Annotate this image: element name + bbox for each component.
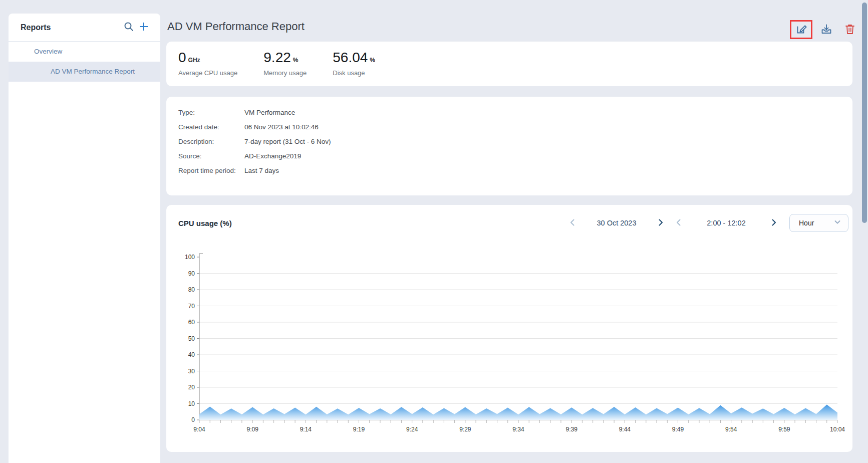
edit-report-button[interactable] <box>795 23 807 37</box>
sidebar-header: Reports <box>9 14 160 42</box>
previous-day-button[interactable] <box>567 217 578 228</box>
detail-row-type: Type: VM Performance <box>178 108 840 117</box>
stat-label: Memory usage <box>263 69 307 77</box>
chart-time-range: 2:00 - 12:02 <box>692 219 760 227</box>
svg-text:9:09: 9:09 <box>246 426 258 433</box>
delete-icon <box>844 23 855 37</box>
chevron-right-icon <box>657 218 665 228</box>
svg-text:10:04: 10:04 <box>830 426 845 433</box>
chevron-down-icon <box>834 218 841 227</box>
svg-text:100: 100 <box>185 254 195 261</box>
interval-select[interactable]: Hour <box>789 214 848 232</box>
detail-value: Last 7 days <box>244 166 279 175</box>
add-report-button[interactable] <box>136 19 151 36</box>
detail-label: Report time period: <box>178 166 244 175</box>
stat-disk-usage: 56.04 % Disk usage <box>333 50 375 77</box>
stat-memory-usage: 9.22 % Memory usage <box>263 50 307 77</box>
detail-row-source: Source: AD-Exchange2019 <box>178 151 840 161</box>
svg-text:9:59: 9:59 <box>778 426 790 433</box>
detail-value: 7-day report (31 Oct - 6 Nov) <box>244 137 331 146</box>
chart-time-navigation: 30 Oct 2023 2:00 - 12:02 <box>567 214 848 232</box>
stat-label: Disk usage <box>333 69 375 77</box>
svg-text:10: 10 <box>188 400 195 407</box>
detail-label: Source: <box>178 151 244 161</box>
stat-value: 9.22 <box>263 50 291 66</box>
chevron-right-icon <box>770 218 778 228</box>
report-actions <box>790 20 855 39</box>
summary-stats-panel: 0 GHz Average CPU usage 9.22 % Memory us… <box>166 42 852 86</box>
svg-text:9:49: 9:49 <box>672 426 684 433</box>
stat-value: 56.04 <box>333 50 368 66</box>
stat-value: 0 <box>178 50 186 66</box>
report-details-panel: Type: VM Performance Created date: 06 No… <box>166 97 852 195</box>
search-button[interactable] <box>121 19 136 36</box>
detail-value: VM Performance <box>244 108 295 117</box>
svg-text:60: 60 <box>188 319 195 326</box>
svg-text:80: 80 <box>188 286 195 293</box>
stat-label: Average CPU usage <box>178 69 237 77</box>
detail-row-report-time-period: Report time period: Last 7 days <box>178 166 840 175</box>
detail-label: Description: <box>178 137 244 146</box>
previous-time-range-button[interactable] <box>673 217 684 228</box>
svg-text:50: 50 <box>188 335 195 342</box>
chart-date: 30 Oct 2023 <box>586 219 647 227</box>
svg-text:9:34: 9:34 <box>512 426 524 433</box>
download-report-button[interactable] <box>820 23 832 37</box>
chevron-left-icon <box>675 218 683 228</box>
svg-text:9:24: 9:24 <box>406 426 418 433</box>
edit-icon <box>795 23 807 37</box>
cpu-usage-chart-panel: CPU usage (%) 30 Oct 2023 <box>166 205 852 452</box>
stat-average-cpu-usage: 0 GHz Average CPU usage <box>178 50 237 77</box>
svg-text:30: 30 <box>188 368 195 375</box>
next-time-range-button[interactable] <box>768 217 779 228</box>
cpu-usage-area-chart: 01020304050607080901009:049:099:149:199:… <box>166 251 852 446</box>
stat-unit: % <box>370 57 375 64</box>
detail-label: Type: <box>178 108 244 117</box>
reports-sidebar: Reports Overview AD VM Performance Repor… <box>9 14 160 463</box>
svg-text:70: 70 <box>188 303 195 310</box>
edit-button-highlight-box <box>790 20 812 39</box>
svg-text:9:54: 9:54 <box>725 426 737 433</box>
svg-text:9:29: 9:29 <box>459 426 471 433</box>
svg-text:0: 0 <box>191 416 195 423</box>
svg-text:20: 20 <box>188 384 195 391</box>
chevron-left-icon <box>568 218 576 228</box>
svg-text:9:39: 9:39 <box>565 426 577 433</box>
svg-text:40: 40 <box>188 351 195 358</box>
chart-title: CPU usage (%) <box>178 219 232 227</box>
scrollbar-thumb[interactable] <box>862 3 867 223</box>
svg-text:9:44: 9:44 <box>619 426 631 433</box>
stat-unit: % <box>293 57 299 64</box>
svg-text:9:19: 9:19 <box>353 426 365 433</box>
detail-label: Created date: <box>178 122 244 132</box>
detail-row-description: Description: 7-day report (31 Oct - 6 No… <box>178 137 840 146</box>
detail-row-created-date: Created date: 06 Nov 2023 at 10:02:46 <box>178 122 840 132</box>
interval-selected-value: Hour <box>799 219 834 227</box>
sidebar-item-ad-vm-performance-report[interactable]: AD VM Performance Report <box>9 62 160 82</box>
svg-text:90: 90 <box>188 270 195 277</box>
vertical-scrollbar <box>862 0 867 463</box>
download-icon <box>820 23 832 37</box>
detail-value: AD-Exchange2019 <box>244 151 301 161</box>
sidebar-title: Reports <box>21 23 121 32</box>
sidebar-item-overview[interactable]: Overview <box>9 42 160 62</box>
search-icon <box>123 21 134 34</box>
svg-text:9:04: 9:04 <box>193 426 205 433</box>
stat-unit: GHz <box>188 57 200 64</box>
next-day-button[interactable] <box>655 217 666 228</box>
add-icon <box>138 21 149 34</box>
detail-value: 06 Nov 2023 at 10:02:46 <box>244 122 319 132</box>
svg-text:9:14: 9:14 <box>300 426 312 433</box>
delete-report-button[interactable] <box>844 23 855 37</box>
page-title: AD VM Performance Report <box>167 20 305 33</box>
